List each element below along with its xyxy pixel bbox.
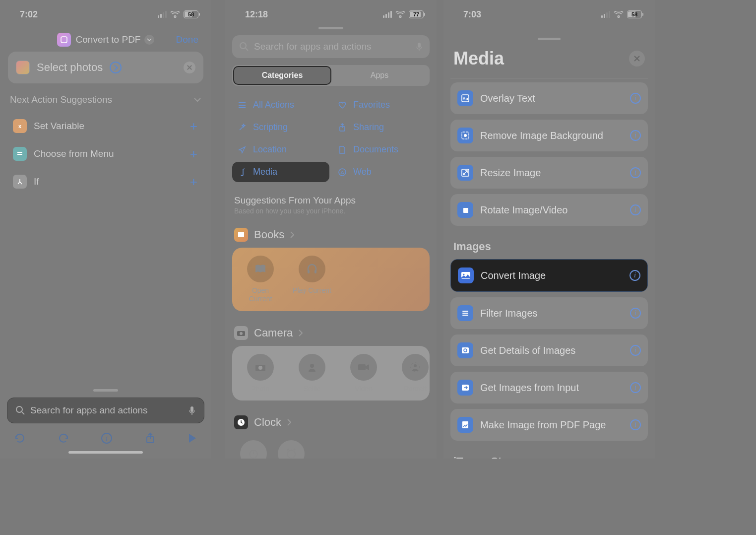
clock-title: Clock <box>254 416 281 429</box>
info-button[interactable]: i <box>630 204 641 215</box>
action-make-from-pdf[interactable]: Make Image from PDF Page i <box>450 409 648 441</box>
mic-icon[interactable] <box>416 42 423 51</box>
search-bar[interactable]: Search for apps and actions <box>7 398 204 423</box>
category-sharing[interactable]: Sharing <box>332 117 430 137</box>
category-media[interactable]: Media <box>232 162 329 182</box>
action-filter-images[interactable]: Filter Images i <box>450 297 648 329</box>
battery-icon: 77 <box>409 10 424 18</box>
camera-app-icon <box>234 326 248 340</box>
search-bar[interactable]: Search for apps and actions <box>232 35 430 58</box>
sheet-handle[interactable] <box>318 27 343 29</box>
category-label: Documents <box>353 144 398 155</box>
action-overlay-text[interactable]: Aa Overlay Text i <box>450 82 648 114</box>
toolbar: i <box>7 423 204 448</box>
add-icon[interactable]: + <box>190 146 197 162</box>
tile-label: Open Current <box>240 286 281 303</box>
svg-point-23 <box>258 366 262 370</box>
camera-portrait[interactable]: Portrait <box>395 354 436 393</box>
phone-shortcut-editor: 7:02 58 Convert to PDF Done Select photo… <box>0 0 211 459</box>
remove-action-button[interactable] <box>184 62 195 73</box>
svg-point-17 <box>339 169 346 176</box>
svg-rect-0 <box>61 37 67 43</box>
close-button[interactable] <box>629 51 645 67</box>
suggestions-subtitle: Based on how you use your iPhone. <box>225 207 437 222</box>
add-icon[interactable]: + <box>190 174 197 190</box>
segment-categories[interactable]: Categories <box>234 67 331 84</box>
suggestion-if[interactable]: If + <box>8 168 203 196</box>
info-button[interactable]: i <box>630 382 641 393</box>
arrow-right-icon[interactable] <box>110 62 122 73</box>
input-icon <box>457 380 473 396</box>
svg-point-24 <box>310 364 314 368</box>
sheet-handle[interactable] <box>538 38 561 40</box>
info-button[interactable]: i <box>630 419 641 430</box>
chevron-down-icon[interactable] <box>144 35 154 45</box>
segment-control[interactable]: Categories Apps <box>232 65 430 86</box>
category-web[interactable]: Web <box>332 162 430 182</box>
media-header: Media <box>443 45 655 78</box>
info-button[interactable]: i <box>630 167 641 178</box>
info-button[interactable]: i <box>630 130 641 141</box>
share-button[interactable] <box>144 432 156 444</box>
alarm-icon[interactable] <box>278 440 305 459</box>
camera-photo[interactable]: Photo <box>240 354 281 393</box>
play-button[interactable] <box>188 432 197 444</box>
segment-apps[interactable]: Apps <box>331 67 428 84</box>
category-favorites[interactable]: Favorites <box>332 95 430 115</box>
suggestions-header[interactable]: Next Action Suggestions <box>8 94 203 112</box>
cellular-icon <box>158 11 167 18</box>
books-section-header[interactable]: Books <box>225 222 437 248</box>
camera-section-header[interactable]: Camera <box>225 320 437 346</box>
svg-rect-36 <box>463 208 468 213</box>
phone-action-browser: 12:18 77 Search for apps and actions Cat… <box>225 0 437 459</box>
redo-button[interactable] <box>58 432 69 444</box>
status-icons: 77 <box>383 10 424 18</box>
sheet-handle[interactable] <box>93 389 118 392</box>
headphones-icon <box>299 256 325 282</box>
music-icon <box>237 167 247 177</box>
suggestion-label: If <box>34 176 39 187</box>
books-open-current[interactable]: Open Current <box>240 256 281 303</box>
action-resize-image[interactable]: Resize Image i <box>450 157 648 189</box>
camera-video[interactable]: Video <box>343 354 384 393</box>
action-convert-image[interactable]: Convert Image i <box>450 259 648 292</box>
action-select-photos[interactable]: Select photos <box>8 52 203 83</box>
timer-icon[interactable] <box>240 440 267 459</box>
home-indicator[interactable] <box>68 451 143 454</box>
wifi-icon <box>395 11 405 18</box>
svg-line-5 <box>22 412 24 414</box>
status-icons: 58 <box>158 10 198 18</box>
clock: 7:03 <box>463 9 481 20</box>
photos-app-icon <box>16 61 30 74</box>
wifi-icon <box>614 11 624 18</box>
suggestion-set-variable[interactable]: x Set Variable + <box>8 112 203 140</box>
rotate-icon <box>457 202 473 218</box>
info-button[interactable]: i <box>630 308 641 319</box>
books-play-current[interactable]: Play Current <box>292 256 332 303</box>
info-button[interactable]: i <box>630 270 640 281</box>
category-scripting[interactable]: Scripting <box>232 117 329 137</box>
suggestion-choose-menu[interactable]: Choose from Menu + <box>8 140 203 168</box>
info-button[interactable]: i <box>630 93 641 104</box>
action-get-details[interactable]: Get Details of Images i <box>450 334 648 366</box>
svg-point-21 <box>240 332 243 335</box>
shortcut-title[interactable]: Convert to PDF <box>76 34 141 45</box>
done-button[interactable]: Done <box>176 34 198 45</box>
action-remove-background[interactable]: Remove Image Background i <box>450 120 648 151</box>
info-button[interactable]: i <box>630 345 641 356</box>
category-all-actions[interactable]: All Actions <box>232 95 329 115</box>
info-button[interactable]: i <box>101 432 113 444</box>
action-get-from-input[interactable]: Get Images from Input i <box>450 372 648 403</box>
category-documents[interactable]: Documents <box>332 139 430 160</box>
action-rotate-image[interactable]: Rotate Image/Video i <box>450 194 648 226</box>
camera-selfie[interactable]: Selfie <box>292 354 332 393</box>
action-label: Make Image from PDF Page <box>480 419 606 431</box>
category-location[interactable]: Location <box>232 139 329 160</box>
undo-button[interactable] <box>14 432 26 444</box>
clock-section-header[interactable]: Clock <box>225 409 437 435</box>
mic-icon[interactable] <box>188 405 196 415</box>
add-icon[interactable]: + <box>190 119 197 134</box>
filter-icon <box>457 305 473 321</box>
category-label: Location <box>253 144 287 155</box>
action-label: Rotate Image/Video <box>480 204 567 216</box>
